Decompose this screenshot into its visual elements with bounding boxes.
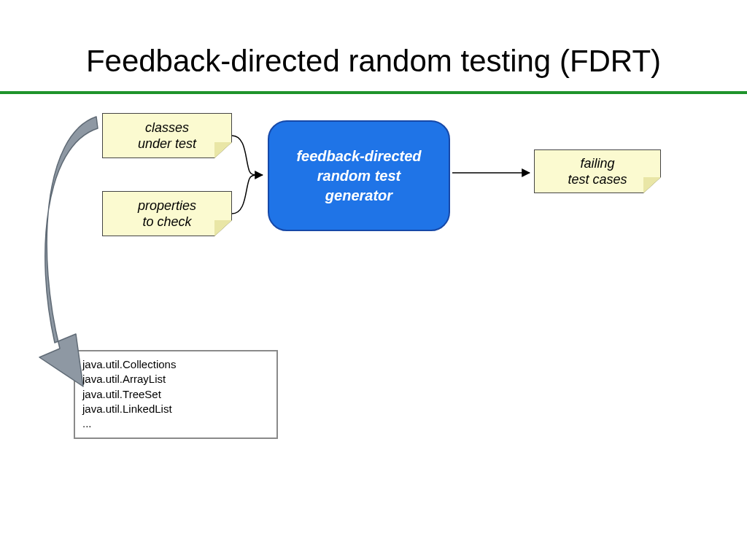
page-fold-icon bbox=[214, 142, 232, 158]
page-title: Feedback-directed random testing (FDRT) bbox=[0, 44, 747, 79]
processor-box: feedback-directedrandom testgenerator bbox=[268, 120, 450, 231]
title-underline bbox=[0, 91, 747, 94]
page-fold-icon bbox=[214, 220, 232, 236]
note-failing-test-cases: failingtest cases bbox=[534, 149, 661, 193]
big-curved-arrow bbox=[39, 117, 98, 386]
note-properties-to-check: propertiesto check bbox=[102, 191, 232, 236]
page-fold-icon bbox=[643, 177, 661, 193]
note-label: propertiesto check bbox=[138, 198, 196, 230]
note-label: classesunder test bbox=[138, 120, 196, 152]
classes-example-list: java.util.Collections java.util.ArrayLis… bbox=[74, 350, 278, 439]
connectors-layer bbox=[0, 0, 747, 560]
note-classes-under-test: classesunder test bbox=[102, 113, 232, 158]
processor-label: feedback-directedrandom testgenerator bbox=[296, 147, 421, 206]
note-label: failingtest cases bbox=[568, 155, 627, 188]
inputs-merge-connector bbox=[232, 136, 263, 214]
